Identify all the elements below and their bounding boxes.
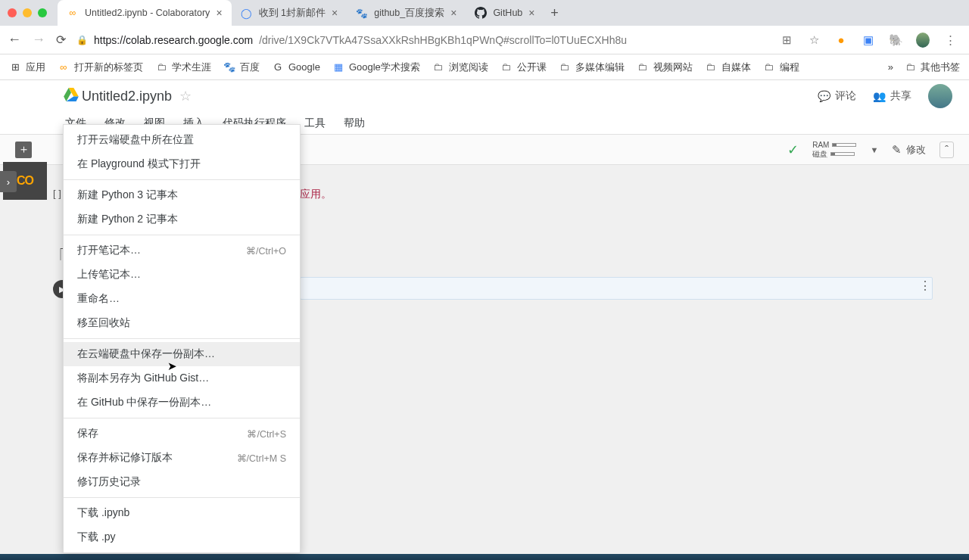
file-menu-item[interactable]: 在 GitHub 中保存一份副本… [64, 390, 300, 415]
expand-sidebar-button[interactable]: › [0, 171, 17, 192]
forward-button[interactable]: → [32, 32, 45, 48]
file-menu-item[interactable]: 移至回收站 [64, 311, 300, 335]
menu-shortcut: ⌘/Ctrl+O [246, 245, 286, 257]
menu-item-label: 移至回收站 [77, 316, 130, 330]
other-bookmarks[interactable]: 🗀其他书签 [904, 61, 960, 74]
reload-button[interactable]: ⟳ [56, 33, 66, 47]
file-menu-item[interactable]: 上传笔记本… [64, 263, 300, 287]
file-menu-item[interactable]: 新建 Python 2 记事本 [64, 207, 300, 232]
bookmark-folder[interactable]: 🗀学术生涯 [155, 61, 211, 74]
collapse-header-button[interactable]: ˆ [939, 142, 954, 158]
cursor-icon: ➤ [167, 359, 177, 373]
profile-avatar[interactable] [916, 33, 930, 47]
apps-label: 应用 [26, 61, 45, 74]
colab-header: CO Untitled2.ipynb ☆ 💬评论 👥共享 [0, 80, 969, 112]
notebook-title[interactable]: Untitled2.ipynb [79, 89, 172, 104]
tab-title: github_百度搜索 [374, 7, 444, 20]
menu-item-label: 保存 [77, 427, 98, 440]
comments-button[interactable]: 💬评论 [818, 89, 856, 103]
bookmark-folder[interactable]: 🗀公开课 [500, 61, 547, 74]
menu-shortcut: ⌘/Ctrl+M S [237, 453, 286, 464]
url-path: /drive/1X9Ck7VTkA47SsaXXkRshHBgKBh1qPWnQ… [259, 34, 627, 46]
back-button[interactable]: ← [8, 32, 21, 48]
code-cell-input[interactable] [300, 277, 933, 300]
status-ok-icon: ✓ [787, 142, 799, 158]
bookmark-folder[interactable]: 🗀视频网站 [637, 61, 693, 74]
bookmark-scholar[interactable]: ▦Google学术搜索 [332, 61, 420, 74]
close-tab-icon[interactable]: × [450, 7, 456, 19]
menu-item-label: 打开笔记本… [77, 244, 141, 257]
ext-icon-2[interactable]: ▣ [862, 33, 875, 47]
pencil-icon: ✎ [892, 143, 902, 157]
file-menu-item[interactable]: 在 Playground 模式下打开 [64, 152, 300, 176]
file-menu-item[interactable]: 保存⌘/Ctrl+S [64, 422, 300, 446]
cell-more-menu[interactable]: ⋮ [919, 278, 931, 293]
menu-item-label: 在 Playground 模式下打开 [77, 157, 201, 171]
file-menu-item[interactable]: 保存并标记修订版本⌘/Ctrl+M S [64, 446, 300, 470]
url-field[interactable]: 🔒 https://colab.research.google.com/driv… [76, 34, 769, 46]
ext-icon-1[interactable]: ● [834, 33, 848, 47]
user-avatar[interactable] [928, 84, 952, 108]
resource-meter[interactable]: RAM 磁盘 [812, 141, 856, 158]
cell-index: [ ] [53, 188, 61, 199]
url-host: https://colab.research.google.com [94, 34, 253, 46]
window-close-button[interactable] [8, 8, 17, 17]
star-icon[interactable]: ☆ [807, 33, 821, 47]
ext-icon-3[interactable]: 🐘 [889, 33, 902, 47]
drive-icon [64, 88, 79, 104]
warning-text: 应用。 [300, 188, 332, 201]
bookmark-folder[interactable]: 🗀编程 [763, 61, 799, 74]
star-button[interactable]: ☆ [172, 88, 192, 104]
menu-item-label: 重命名… [77, 292, 120, 306]
menu-shortcut: ⌘/Ctrl+S [247, 428, 286, 440]
window-zoom-button[interactable] [38, 8, 47, 17]
file-menu-item[interactable]: 下载 .py [64, 525, 300, 549]
bookmark-folder[interactable]: 🗀自媒体 [705, 61, 751, 74]
add-cell-button[interactable]: ＋ [15, 142, 32, 158]
tab-title: 收到 1封新邮件 [259, 7, 326, 20]
file-menu-item[interactable]: 新建 Python 3 记事本 [64, 183, 300, 207]
new-tab-button[interactable]: + [544, 5, 565, 21]
chrome-menu-icon[interactable]: ⋮ [943, 33, 957, 47]
bookmark-folder[interactable]: 🗀多媒体编辑 [559, 61, 625, 74]
edit-mode-button[interactable]: ✎修改 [892, 143, 926, 157]
file-menu-item[interactable]: 修订历史记录 [64, 470, 300, 494]
file-menu-item[interactable]: 打开笔记本…⌘/Ctrl+O [64, 238, 300, 263]
tab-colab[interactable]: ∞ Untitled2.ipynb - Colaboratory × [58, 0, 232, 26]
apps-button[interactable]: ⊞应用 [9, 61, 45, 74]
menu-item-label: 下载 .ipynb [77, 506, 129, 520]
tab-baidu[interactable]: 🐾 github_百度搜索 × [347, 0, 466, 26]
menu-item-label: 在 GitHub 中保存一份副本… [77, 396, 211, 409]
colab-favicon: ∞ [67, 7, 79, 19]
close-tab-icon[interactable]: × [216, 7, 222, 19]
install-app-icon[interactable]: ⊞ [780, 33, 793, 47]
menu-help[interactable]: 帮助 [342, 115, 366, 132]
menu-item-label: 上传笔记本… [77, 268, 141, 282]
share-button[interactable]: 👥共享 [873, 89, 911, 103]
lock-icon: 🔒 [76, 35, 88, 45]
tab-github[interactable]: GitHub × [466, 0, 544, 26]
file-menu-item[interactable]: 下载 .ipynb [64, 501, 300, 525]
menu-item-label: 将副本另存为 GitHub Gist… [77, 372, 209, 385]
menu-item-label: 在云端硬盘中保存一份副本… [77, 347, 215, 361]
file-menu-item[interactable]: 重命名… [64, 287, 300, 311]
github-favicon [475, 7, 487, 19]
window-minimize-button[interactable] [23, 8, 32, 17]
tab-title: Untitled2.ipynb - Colaboratory [85, 8, 210, 18]
bookmark-overflow[interactable]: » [888, 61, 893, 73]
file-menu-item[interactable]: 将副本另存为 GitHub Gist… [64, 366, 300, 390]
file-menu-dropdown: 打开云端硬盘中所在位置在 Playground 模式下打开新建 Python 3… [63, 124, 301, 553]
menu-tools[interactable]: 工具 [303, 115, 327, 132]
close-tab-icon[interactable]: × [528, 7, 534, 19]
bookmark-baidu[interactable]: 🐾百度 [223, 61, 260, 74]
tab-mail[interactable]: ◯ 收到 1封新邮件 × [232, 0, 347, 26]
menu-item-label: 新建 Python 2 记事本 [77, 213, 178, 226]
file-menu-item[interactable]: 打开云端硬盘中所在位置 [64, 128, 300, 152]
bookmark-newtab[interactable]: ∞打开新的标签页 [58, 61, 143, 74]
resource-dropdown[interactable]: ▼ [870, 145, 878, 154]
close-tab-icon[interactable]: × [332, 7, 338, 19]
bookmark-folder[interactable]: 🗀浏览阅读 [432, 61, 488, 74]
file-menu-item[interactable]: 在云端硬盘中保存一份副本… [64, 342, 300, 366]
disk-bar [830, 152, 855, 156]
bookmark-google[interactable]: GGoogle [272, 61, 320, 73]
